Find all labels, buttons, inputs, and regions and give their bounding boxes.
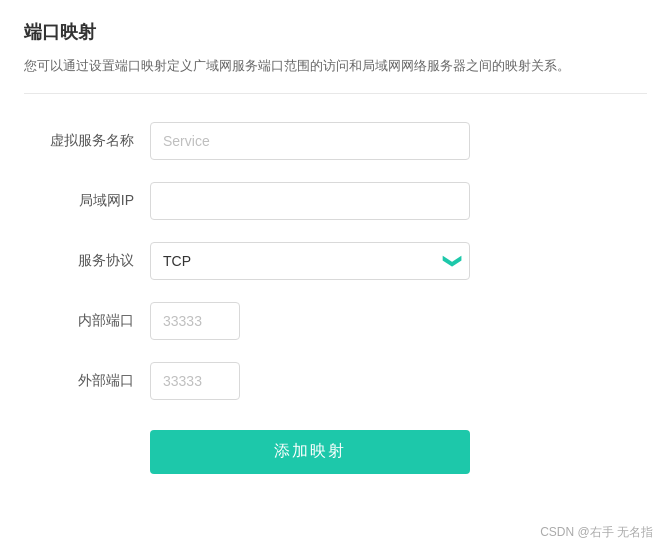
watermark-text: CSDN @右手 无名指	[540, 524, 653, 541]
page-title: 端口映射	[24, 20, 647, 44]
protocol-label: 服务协议	[44, 252, 134, 270]
protocol-select[interactable]: TCP UDP TCP/UDP	[150, 242, 470, 280]
external-port-input[interactable]	[150, 362, 240, 400]
service-name-input[interactable]	[150, 122, 470, 160]
divider	[24, 93, 647, 94]
form-container: 虚拟服务名称 局域网IP 服务协议 TCP UDP TCP/UDP ❯ 内部端口	[24, 122, 647, 474]
service-name-label: 虚拟服务名称	[44, 132, 134, 150]
submit-row: 添加映射	[44, 430, 627, 474]
lan-ip-label: 局域网IP	[44, 192, 134, 210]
lan-ip-row: 局域网IP	[44, 182, 627, 220]
internal-port-input[interactable]	[150, 302, 240, 340]
submit-button[interactable]: 添加映射	[150, 430, 470, 474]
internal-port-label: 内部端口	[44, 312, 134, 330]
protocol-row: 服务协议 TCP UDP TCP/UDP ❯	[44, 242, 627, 280]
service-name-row: 虚拟服务名称	[44, 122, 627, 160]
external-port-label: 外部端口	[44, 372, 134, 390]
lan-ip-input[interactable]	[150, 182, 470, 220]
external-port-row: 外部端口	[44, 362, 627, 400]
page-container: 端口映射 您可以通过设置端口映射定义广域网服务端口范围的访问和局域网网络服务器之…	[0, 0, 671, 555]
internal-port-row: 内部端口	[44, 302, 627, 340]
protocol-select-wrapper: TCP UDP TCP/UDP ❯	[150, 242, 470, 280]
page-description: 您可以通过设置端口映射定义广域网服务端口范围的访问和局域网网络服务器之间的映射关…	[24, 56, 647, 77]
